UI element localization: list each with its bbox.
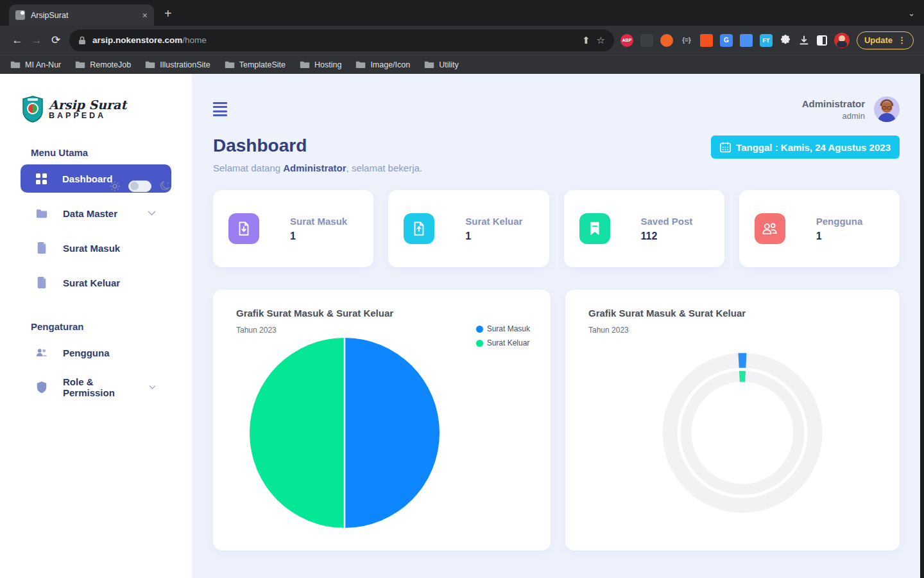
folder-icon (10, 60, 21, 69)
pie-slice-surat-masuk (345, 338, 440, 528)
date-badge-label: Tanggal : Kamis, 24 Agustus 2023 (736, 142, 891, 153)
pie-chart[interactable] (250, 338, 440, 530)
sidebar-toggle-button[interactable] (213, 102, 227, 117)
sidebar-item-pengguna[interactable]: Pengguna (21, 338, 171, 367)
calendar-icon (720, 142, 731, 153)
welcome-text: Selamat datang Administrator, selamat be… (213, 162, 422, 173)
tab-close-icon[interactable]: × (142, 10, 148, 21)
braces-extension-icon[interactable]: {=} (680, 34, 693, 47)
chevron-down-icon (149, 385, 156, 390)
sidebar-item-role-permission[interactable]: Role & Permission (21, 373, 171, 401)
url-path: /home (182, 35, 207, 45)
stat-card-surat-keluar: Surat Keluar1 (388, 190, 549, 267)
profile-avatar[interactable] (834, 33, 850, 48)
browser-toolbar: ← → ⟳ arsip.nokenstore.com/home ⬆ ☆ ABP … (0, 26, 924, 55)
stat-card-saved-post: Saved Post112 (564, 190, 724, 267)
reading-mode-icon[interactable] (817, 35, 827, 46)
chart-title: Grafik Surat Masuk & Surat Keluar (236, 308, 393, 319)
bookmark-folder[interactable]: Image/Icon (355, 60, 410, 69)
file-arrow-down-icon (228, 213, 259, 244)
bookmarks-bar: MI An-Nur RemoteJob IllustrationSite Tem… (0, 55, 924, 74)
users-icon (755, 213, 785, 244)
forward-button[interactable]: → (27, 31, 46, 50)
avatar-illustration (874, 96, 900, 122)
downloads-icon[interactable] (798, 35, 810, 46)
sidebar-item-surat-masuk[interactable]: Surat Masuk (21, 234, 171, 262)
tab-search-chevron-icon[interactable]: ⌄ (908, 8, 915, 18)
folder-icon (355, 60, 366, 69)
chrome-update-button[interactable]: Update ⋮ (857, 31, 914, 49)
app-sidebar: Arsip Surat BAPPEDA Menu Utama Dashboard… (0, 74, 193, 578)
lock-icon (78, 36, 86, 45)
stat-card-surat-masuk: Surat Masuk1 (213, 190, 373, 267)
stat-value: 112 (641, 231, 693, 242)
sidebar-item-surat-keluar[interactable]: Surat Keluar (21, 268, 171, 297)
user-avatar[interactable] (874, 96, 900, 122)
bappeda-crest-icon (22, 96, 44, 123)
legend-label: Surat Keluar (487, 338, 530, 347)
bookmark-folder[interactable]: TemplateSite (225, 60, 286, 69)
chevron-down-icon (148, 211, 156, 216)
bookmark-star-icon[interactable]: ☆ (596, 35, 604, 46)
postman-icon[interactable] (660, 34, 673, 47)
share-icon[interactable]: ⬆ (582, 35, 590, 46)
page-scrollbar-track[interactable] (920, 74, 924, 578)
browser-tab-bar: ArsipSurat × + ⌄ (0, 0, 924, 26)
chart-legend: Surat Masuk Surat Keluar (476, 324, 530, 353)
user-role: admin (802, 111, 865, 121)
sidebar-section-menu-utama: Menu Utama (31, 147, 192, 158)
page-title: Dashboard (213, 136, 422, 156)
legend-dot (476, 340, 483, 347)
bookmark-folder[interactable]: Utility (424, 60, 459, 69)
dashboard-grid-icon (36, 173, 47, 184)
extensions-puzzle-icon[interactable] (780, 35, 791, 46)
fonts-ninja-icon[interactable]: FT (760, 34, 773, 47)
stat-label: Saved Post (641, 216, 693, 227)
dark-extension-icon[interactable] (640, 34, 653, 47)
shield-icon (36, 381, 47, 393)
browser-tab[interactable]: ArsipSurat × (9, 4, 154, 26)
sidebar-section-pengaturan: Pengaturan (31, 321, 192, 332)
new-tab-button[interactable]: + (164, 7, 172, 20)
welcome-prefix: Selamat datang (213, 162, 283, 173)
date-badge: Tanggal : Kamis, 24 Agustus 2023 (711, 136, 900, 159)
moon-icon (159, 180, 171, 192)
welcome-username: Administrator (283, 162, 346, 173)
stat-label: Pengguna (816, 216, 863, 227)
sidebar-item-data-master[interactable]: Data Master (21, 199, 171, 227)
bookmark-label: Hosting (314, 60, 341, 69)
bookmark-folder[interactable]: RemoteJob (75, 60, 131, 69)
folder-icon (225, 60, 235, 69)
file-icon (36, 277, 47, 288)
pie-chart-card: Grafik Surat Masuk & Surat Keluar Tahun … (213, 290, 551, 550)
folder-icon (424, 60, 434, 69)
bookmark-label: Image/Icon (370, 60, 410, 69)
translate-icon[interactable]: G (720, 34, 733, 47)
bookmark-folder[interactable]: MI An-Nur (10, 60, 61, 69)
legend-item-surat-keluar[interactable]: Surat Keluar (476, 338, 530, 347)
sidebar-item-label: Surat Masuk (63, 243, 120, 254)
sidebar-item-label: Pengguna (63, 347, 110, 358)
doughnut-inner-track (686, 376, 799, 489)
browser-menu-dots-icon[interactable]: ⋮ (898, 35, 906, 45)
reload-button[interactable]: ⟳ (46, 31, 65, 50)
file-arrow-up-icon (404, 213, 434, 244)
adblock-plus-icon[interactable]: ABP (620, 34, 633, 47)
notebook-extension-icon[interactable] (740, 34, 753, 47)
pie-slice-surat-keluar (250, 338, 345, 528)
lighthouse-icon[interactable] (700, 34, 713, 47)
back-button[interactable]: ← (8, 31, 27, 50)
url-text: arsip.nokenstore.com/home (92, 35, 576, 45)
folder-icon (145, 60, 155, 69)
legend-item-surat-masuk[interactable]: Surat Masuk (476, 324, 530, 333)
address-bar[interactable]: arsip.nokenstore.com/home ⬆ ☆ (69, 30, 614, 51)
doughnut-chart[interactable] (659, 349, 826, 519)
dark-mode-toggle[interactable] (128, 180, 151, 192)
app-logo[interactable]: Arsip Surat BAPPEDA (22, 96, 192, 123)
bookmark-folder[interactable]: IllustrationSite (145, 60, 210, 69)
chart-subtitle: Tahun 2023 (588, 326, 629, 335)
welcome-suffix: , selamat bekerja. (346, 162, 422, 173)
stat-card-pengguna: Pengguna1 (739, 190, 900, 267)
bookmark-folder[interactable]: Hosting (300, 60, 341, 69)
user-menu[interactable]: Administrator admin (802, 96, 900, 122)
